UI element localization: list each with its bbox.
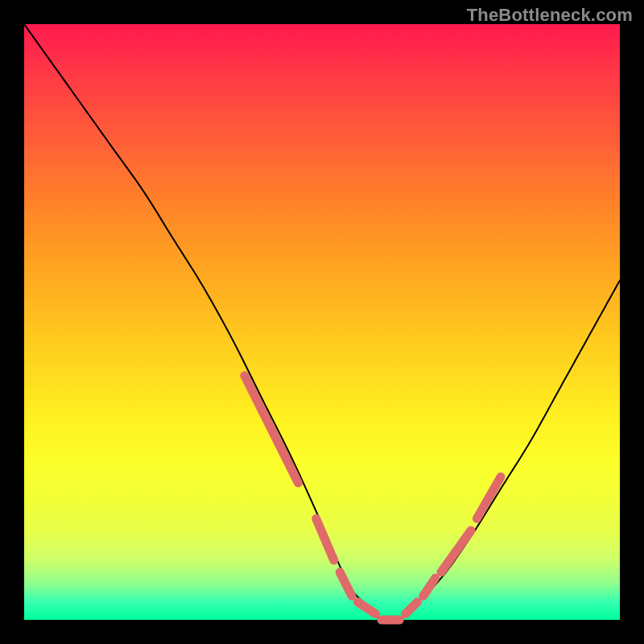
svg-line-7	[441, 530, 471, 572]
plot-area	[24, 24, 620, 620]
svg-line-2	[340, 572, 352, 597]
optimal-range-markers	[245, 376, 501, 620]
chart-container: TheBottleneck.com	[0, 0, 644, 644]
svg-line-0	[245, 376, 299, 483]
curve-svg	[24, 24, 620, 620]
svg-line-5	[406, 602, 418, 614]
svg-line-8	[477, 477, 501, 518]
svg-line-6	[423, 578, 436, 596]
svg-line-3	[357, 602, 375, 614]
watermark-text: TheBottleneck.com	[467, 5, 633, 26]
svg-line-1	[316, 518, 334, 560]
